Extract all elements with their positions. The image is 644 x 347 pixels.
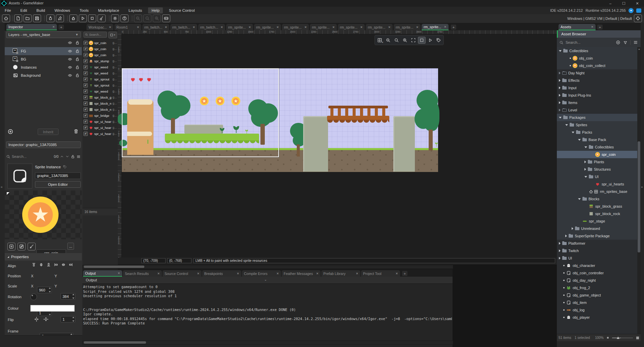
align-5-icon[interactable] [69, 263, 73, 267]
menu-file[interactable]: File [1, 7, 14, 13]
tree-item-obj-item[interactable]: obj_item [557, 299, 637, 306]
add-layer-icon[interactable] [7, 129, 13, 135]
debug-button[interactable] [69, 14, 77, 22]
stop-button[interactable] [88, 14, 96, 22]
tree-item-obj-player[interactable]: obj_player [557, 314, 637, 321]
add-asset-icon[interactable] [616, 40, 620, 45]
caret-down-icon[interactable] [565, 124, 568, 126]
sprite-edit-button[interactable] [17, 243, 26, 250]
tree-item-obj-coin-collect[interactable]: ★obj_coin_collect [557, 62, 637, 69]
open-editor-button[interactable]: Open Editor [35, 181, 81, 188]
close-tab-icon[interactable]: ✕ [302, 26, 307, 29]
close-tab-icon[interactable]: ✕ [414, 26, 419, 29]
scroll-up-icon[interactable]: ▲ [638, 48, 640, 50]
menu-icon[interactable] [633, 40, 638, 45]
eye-icon[interactable] [68, 57, 72, 62]
workspace-new-tab-button[interactable]: + [451, 25, 456, 30]
run-button[interactable] [79, 14, 87, 22]
menu-build[interactable]: Build [33, 7, 48, 13]
lock-icon[interactable] [75, 49, 80, 54]
menu-icon[interactable] [76, 154, 81, 159]
sprite-list-row[interactable]: ✓spr_weedg... [83, 88, 117, 94]
tree-item-obj-day-night[interactable]: obj_day_night [557, 277, 637, 284]
lock-icon[interactable] [75, 73, 80, 78]
eye-icon[interactable] [68, 49, 72, 54]
caret-right-icon[interactable] [572, 227, 573, 230]
checkbox[interactable]: ✓ [83, 59, 88, 63]
workspace-tab[interactable]: rm_sprite...✕ [394, 24, 421, 30]
maximize-button[interactable]: ☐ [617, 0, 631, 7]
align-1-icon[interactable] [39, 263, 43, 267]
close-tab-icon[interactable]: ✕ [235, 272, 239, 275]
close-tab-icon[interactable]: ✕ [358, 26, 363, 29]
tree-scrollbar[interactable]: ▲▼ [637, 47, 641, 347]
checkbox[interactable]: ✓ [83, 101, 88, 106]
inspector-target-dropdown[interactable]: Inspector: graphic_13A70385 [6, 141, 81, 148]
output-new-tab-button[interactable]: + [402, 271, 407, 276]
workspace-tab[interactable]: rm_sprite...✕ [254, 24, 281, 30]
caret-right-icon[interactable] [559, 94, 561, 97]
run-button[interactable] [426, 37, 434, 44]
output-log-text[interactable]: Attempting to set gamepadcount to 0 Scri… [83, 285, 452, 340]
paint-sprite-button[interactable] [56, 14, 64, 22]
checkbox[interactable]: ✓ [83, 41, 88, 45]
frame-border-button[interactable] [418, 37, 426, 44]
device-manager-button[interactable] [162, 14, 170, 22]
align-3-icon[interactable] [54, 263, 58, 267]
workspace-tab[interactable]: rm_sprite...✕ [310, 24, 337, 30]
minimize-button[interactable]: – [604, 0, 617, 7]
close-tab-icon[interactable]: ✕ [442, 25, 446, 29]
tree-item-packs[interactable]: Packs [557, 129, 637, 136]
caret-down-icon[interactable] [584, 146, 587, 148]
slider-thumb[interactable] [617, 337, 619, 339]
filter-icon[interactable] [623, 40, 628, 45]
tree-item-spr-stage[interactable]: spr_stage [557, 217, 637, 225]
tree-item-input[interactable]: Input [557, 84, 637, 92]
checkbox[interactable]: ✓ [83, 65, 88, 69]
output-tab[interactable]: Prefab Library✕ [321, 270, 360, 277]
scrollbar-thumb[interactable] [638, 141, 640, 252]
close-tab-icon[interactable]: ✕ [50, 25, 55, 29]
zoom-reset-button[interactable] [393, 37, 400, 44]
close-tab-icon[interactable]: ✕ [330, 26, 335, 29]
layer-row-instances[interactable]: Instances [5, 63, 82, 71]
fit-button[interactable] [409, 37, 417, 44]
tree-item-packages[interactable]: Packages [557, 114, 637, 121]
caret-right-icon[interactable] [559, 79, 561, 82]
caret-right-icon[interactable] [559, 249, 561, 252]
tree-item-obj-log[interactable]: obj_log [557, 306, 637, 314]
close-button[interactable]: ✕ [631, 0, 644, 7]
checkbox[interactable]: ✓ [83, 83, 88, 88]
tree-item-obj-game-object[interactable]: obj_game_object [557, 291, 637, 299]
workspace-tab[interactable]: Room1✕ [114, 24, 141, 30]
checkbox[interactable]: ✓ [83, 119, 88, 124]
workspace-tab[interactable]: rm_sprite...✕ [226, 24, 253, 30]
tree-item-ui[interactable]: UI [557, 173, 637, 180]
caret-down-icon[interactable] [559, 117, 562, 118]
tree-item-spr-block-grass[interactable]: spr_block_grass [557, 203, 637, 210]
tag-button[interactable] [435, 37, 442, 44]
scale-y-field[interactable]: 1 [61, 316, 75, 322]
caret-down-icon[interactable] [578, 139, 581, 141]
eye-icon[interactable] [68, 73, 72, 78]
tree-item-sprites[interactable]: Sprites [557, 121, 637, 129]
checkbox[interactable]: ✓ [83, 95, 88, 100]
output-tab[interactable]: Source Control✕ [163, 270, 202, 277]
layers-dropdown[interactable]: Layers - rm_sprites_base▼ [6, 31, 81, 38]
assets-tab[interactable]: Assets✕ [559, 24, 596, 30]
close-tab-icon[interactable]: ✕ [589, 25, 594, 29]
asset-search-input[interactable]: Search... [566, 40, 580, 44]
target-picker-button[interactable] [634, 14, 642, 22]
menu-marketplace[interactable]: Marketplace [95, 7, 122, 13]
close-tab-icon[interactable]: ✕ [386, 26, 391, 29]
target-config[interactable]: Windows | GMS2 VM | Default | Default [567, 16, 632, 21]
sprite-list-row[interactable]: ✓spr_sproutg... [83, 82, 117, 88]
tree-item-platformer[interactable]: Platformer [557, 240, 637, 247]
caret-right-icon[interactable] [565, 235, 567, 237]
layer-row-fg[interactable]: +FG [5, 47, 82, 55]
close-tab-icon[interactable]: ✕ [274, 26, 279, 29]
caret-down-icon[interactable] [559, 50, 562, 52]
caret-right-icon[interactable] [559, 101, 561, 104]
close-tab-icon[interactable]: ✕ [314, 272, 319, 275]
grid-button[interactable]: ▼ [376, 37, 384, 44]
